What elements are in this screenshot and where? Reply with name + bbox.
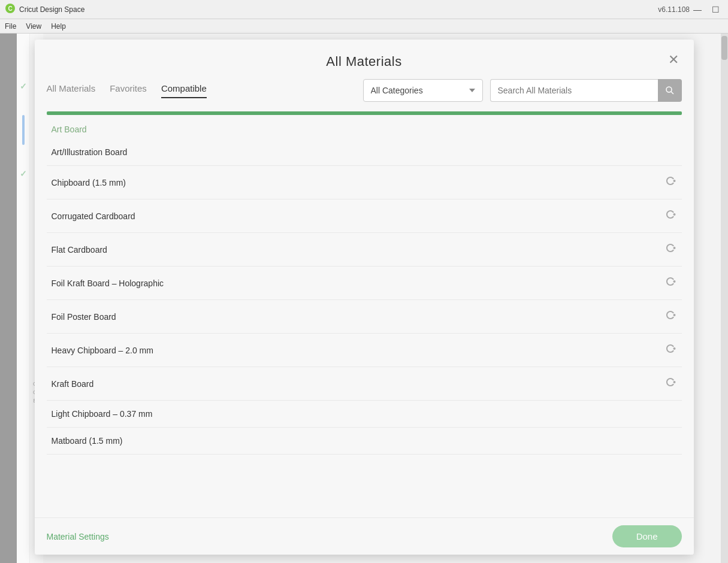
menu-file[interactable]: File (5, 22, 16, 31)
dialog-header: All Materials ✕ (35, 40, 694, 69)
close-button[interactable]: ✕ (663, 49, 684, 71)
cricut-icon (664, 208, 677, 224)
category-heading: Art Board (47, 125, 682, 134)
svg-point-5 (673, 213, 675, 216)
category-dropdown[interactable]: All Categories Art Board Vinyl Iron-On P… (363, 79, 483, 102)
cricut-icon (664, 275, 677, 291)
material-name: Kraft Board (52, 379, 94, 389)
search-icon (665, 86, 675, 95)
svg-point-7 (673, 280, 675, 283)
list-item[interactable]: Light Chipboard – 0.37 mm (47, 401, 682, 428)
list-item[interactable]: Art/Illustration Board (47, 139, 682, 166)
material-name: Matboard (1.5 mm) (52, 436, 123, 446)
tab-favorites[interactable]: Favorites (110, 83, 147, 98)
tabs-filter-row: All Materials Favorites Compatible All C… (35, 69, 694, 102)
menu-help[interactable]: Help (51, 22, 66, 31)
list-item[interactable]: Kraft Board (47, 367, 682, 401)
list-item[interactable]: Heavy Chipboard – 2.0 mm (47, 334, 682, 367)
maximize-button[interactable]: ☐ (708, 4, 723, 16)
menu-view[interactable]: View (26, 22, 41, 31)
material-name: Art/Illustration Board (52, 147, 128, 157)
search-input[interactable] (490, 79, 658, 102)
list-item[interactable]: Chipboard (1.5 mm) (47, 166, 682, 199)
search-container (490, 79, 682, 102)
minimize-button[interactable]: — (690, 4, 705, 16)
svg-point-9 (673, 347, 675, 350)
app-scrollbar[interactable] (721, 34, 728, 563)
svg-point-8 (673, 314, 675, 316)
tab-all-materials[interactable]: All Materials (47, 83, 96, 98)
title-bar: C Cricut Design Space v6.11.108 — ☐ (0, 0, 728, 19)
svg-line-3 (671, 92, 673, 94)
material-name: Foil Kraft Board – Holographic (52, 279, 164, 288)
svg-text:C: C (8, 5, 12, 12)
all-materials-dialog: All Materials ✕ All Materials Favorites … (35, 40, 694, 555)
material-name: Flat Cardboard (52, 245, 107, 255)
dialog-title: All Materials (47, 54, 682, 69)
list-item[interactable]: Foil Kraft Board – Holographic (47, 267, 682, 300)
app-title: Cricut Design Space (19, 5, 658, 14)
svg-point-10 (673, 381, 675, 383)
list-item[interactable]: Matboard (1.5 mm) (47, 428, 682, 455)
cricut-icon (664, 308, 677, 325)
cricut-icon (664, 174, 677, 190)
materials-list[interactable]: Art Board Art/Illustration Board Chipboa… (35, 115, 694, 517)
done-button[interactable]: Done (612, 525, 682, 547)
material-name: Corrugated Cardboard (52, 211, 135, 221)
material-name: Heavy Chipboard – 2.0 mm (52, 346, 153, 355)
tabs-container: All Materials Favorites Compatible (47, 83, 207, 98)
menu-bar: File View Help (0, 19, 728, 34)
list-item[interactable]: Flat Cardboard (47, 233, 682, 267)
app-area: ✓ ✓ On Off Ed All Materials ✕ All Materi… (0, 34, 728, 563)
material-name: Foil Poster Board (52, 312, 116, 322)
window-controls: — ☐ (690, 4, 723, 16)
tab-compatible[interactable]: Compatible (161, 83, 207, 98)
list-item[interactable]: Corrugated Cardboard (47, 199, 682, 233)
filter-area: All Categories Art Board Vinyl Iron-On P… (363, 79, 682, 102)
cricut-icon (664, 342, 677, 358)
svg-point-4 (673, 180, 675, 182)
dialog-overlay: All Materials ✕ All Materials Favorites … (0, 34, 728, 563)
material-name: Light Chipboard – 0.37 mm (52, 409, 153, 419)
app-logo: C (5, 3, 16, 16)
svg-point-6 (673, 247, 675, 249)
material-settings-link[interactable]: Material Settings (47, 532, 109, 541)
list-item[interactable]: Foil Poster Board (47, 300, 682, 334)
dialog-footer: Material Settings Done (35, 517, 694, 555)
cricut-icon (664, 376, 677, 392)
app-scrollbar-thumb[interactable] (721, 36, 727, 60)
svg-point-2 (666, 87, 672, 92)
material-name: Chipboard (1.5 mm) (52, 178, 126, 187)
cricut-icon (664, 241, 677, 258)
app-version: v6.11.108 (658, 5, 690, 14)
search-button[interactable] (658, 79, 682, 102)
